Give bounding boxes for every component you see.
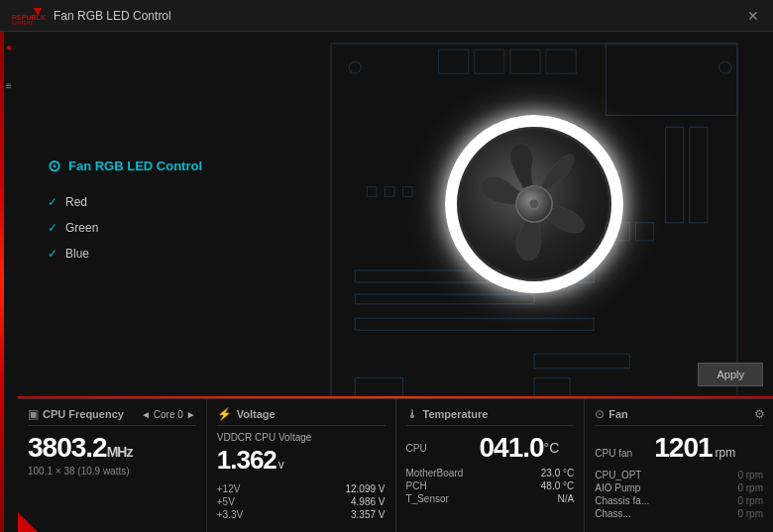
svg-rect-26 <box>546 50 576 73</box>
vddcr-unit: v <box>278 458 284 472</box>
temp-val-tsensor: N/A <box>558 493 575 504</box>
svg-rect-5 <box>606 44 737 115</box>
svg-rect-13 <box>534 377 570 396</box>
temp-header: 🌡 Temperature <box>406 407 575 426</box>
red-check-icon: ✓ <box>48 195 57 209</box>
cpu-fan-label: CPU fan <box>595 448 654 459</box>
fan-stats-icon: ⊙ <box>595 407 605 421</box>
cpu-fan-value: 1201 <box>654 432 712 464</box>
svg-rect-12 <box>355 377 402 396</box>
voltage-icon: ⚡ <box>217 407 232 421</box>
core-next-arrow[interactable]: ► <box>186 409 196 420</box>
svg-text:GAMERS: GAMERS <box>12 20 34 26</box>
voltage-name-5v: +5V <box>217 496 235 507</box>
fan-name-cpu-opt: CPU_OPT <box>595 470 659 480</box>
led-control-panel: ⊙ Fan RGB LED Control ✓ Red ✓ Green ✓ Bl… <box>18 32 295 396</box>
temp-row-pch: PCH 48.0 °C <box>406 480 575 491</box>
fan-name-chassis1: Chassis fa... <box>595 495 659 506</box>
cpu-temp-row: CPU 041.0°C <box>406 432 575 464</box>
core-selector[interactable]: ◄ Core 0 ► <box>141 409 196 420</box>
led-panel-title: ⊙ Fan RGB LED Control <box>48 157 266 175</box>
voltage-val-5v: 4.986 V <box>351 496 385 507</box>
vddcr-label: VDDCR CPU Voltage <box>217 432 386 443</box>
blue-check-icon: ✓ <box>48 247 57 261</box>
voltage-row-12v: +12V 12.099 V <box>217 483 386 494</box>
temp-row-tsensor: T_Sensor N/A <box>406 493 575 504</box>
voltage-val-12v: 12.099 V <box>345 483 385 494</box>
cpu-temp-label: CPU <box>406 443 476 454</box>
voltage-row-33v: +3.3V 3.357 V <box>217 509 386 520</box>
cpu-freq-value: 3803.2MHz <box>28 432 196 464</box>
red-triangle-decoration <box>18 512 38 532</box>
voltage-header: ⚡ Voltage <box>217 407 386 426</box>
fan-visualization <box>445 115 623 293</box>
svg-rect-18 <box>367 187 377 197</box>
cpu-temp-value: 041.0 <box>480 432 544 464</box>
apply-button-area: Apply <box>698 363 763 386</box>
rog-logo: REPUBLIC OF GAMERS <box>10 6 46 26</box>
cpu-frequency-panel: ▣ CPU Frequency ◄ Core 0 ► 3803.2MHz 100… <box>18 399 207 532</box>
green-check-icon: ✓ <box>48 221 57 235</box>
fan-row-chassis2: Chass... 0 rpm <box>595 508 763 519</box>
fan-row-chassis1: Chassis fa... 0 rpm <box>595 495 763 506</box>
voltage-name-12v: +12V <box>217 483 241 494</box>
temperature-panel: 🌡 Temperature CPU 041.0°C MotherBoard 23… <box>396 399 586 532</box>
sidebar-menu-icon[interactable]: ≡ <box>6 80 12 91</box>
green-control-item[interactable]: ✓ Green <box>48 221 266 235</box>
svg-rect-20 <box>402 187 412 197</box>
svg-point-15 <box>719 61 731 73</box>
fan-val-chassis2: 0 rpm <box>737 508 763 519</box>
fan-val-aio: 0 rpm <box>737 482 763 493</box>
fan-ring <box>445 115 623 293</box>
window-title: Fan RGB LED Control <box>54 9 171 23</box>
svg-rect-7 <box>690 127 708 222</box>
fan-rgb-icon: ⊙ <box>48 157 60 175</box>
red-control-item[interactable]: ✓ Red <box>48 195 266 209</box>
svg-rect-10 <box>355 318 594 330</box>
cpu-temp-unit: °C <box>544 440 560 456</box>
temp-val-pch: 48.0 °C <box>541 480 574 491</box>
fan-inner <box>460 130 608 278</box>
voltage-row-5v: +5V 4.986 V <box>217 496 386 507</box>
fan-name-chassis2: Chass... <box>595 508 659 519</box>
fan-val-cpu-opt: 0 rpm <box>737 470 763 480</box>
fan-name-aio: AIO Pump <box>595 482 659 493</box>
cpu-fan-row: CPU fan 1201rpm <box>595 432 763 464</box>
vddcr-value-row: 1.362v <box>217 445 386 476</box>
svg-rect-19 <box>385 187 394 197</box>
svg-rect-25 <box>510 50 540 73</box>
voltage-name-33v: +3.3V <box>217 509 243 520</box>
core-prev-arrow[interactable]: ◄ <box>141 409 151 420</box>
vddcr-value: 1.362 <box>217 445 276 476</box>
main-container: ⊙ Fan RGB LED Control ✓ Red ✓ Green ✓ Bl… <box>18 32 773 532</box>
titlebar: REPUBLIC OF GAMERS Fan RGB LED Control ✕ <box>0 0 773 32</box>
temp-icon: 🌡 <box>406 407 418 421</box>
blue-control-item[interactable]: ✓ Blue <box>48 247 266 261</box>
temp-name-tsensor: T_Sensor <box>406 493 449 504</box>
svg-point-29 <box>529 199 539 209</box>
svg-rect-11 <box>534 354 629 368</box>
fan-stats-header: ⊙ Fan ⚙ <box>595 407 763 426</box>
bottom-stats-section: ▣ CPU Frequency ◄ Core 0 ► 3803.2MHz 100… <box>18 398 773 532</box>
temp-row-mb: MotherBoard 23.0 °C <box>406 468 575 479</box>
cpu-fan-unit: rpm <box>716 446 736 460</box>
fan-row-cpu-opt: CPU_OPT 0 rpm <box>595 470 763 480</box>
temp-name-pch: PCH <box>406 480 427 491</box>
fan-val-chassis1: 0 rpm <box>737 495 763 506</box>
svg-rect-24 <box>475 50 504 73</box>
fan-row-aio: AIO Pump 0 rpm <box>595 482 763 493</box>
red-accent-bar <box>0 32 4 532</box>
close-button[interactable]: ✕ <box>743 8 763 24</box>
apply-button[interactable]: Apply <box>698 363 763 386</box>
temp-val-mb: 23.0 °C <box>541 468 574 479</box>
motherboard-area: Apply <box>295 32 773 396</box>
gear-icon[interactable]: ⚙ <box>754 407 765 421</box>
svg-rect-23 <box>439 50 469 73</box>
svg-rect-9 <box>355 294 534 304</box>
svg-point-14 <box>349 61 361 73</box>
sidebar-icon-1[interactable]: ● <box>6 42 12 53</box>
cpu-freq-header: ▣ CPU Frequency ◄ Core 0 ► <box>28 407 196 426</box>
cpu-icon: ▣ <box>28 407 39 421</box>
voltage-val-33v: 3.357 V <box>351 509 385 520</box>
voltage-panel: ⚡ Voltage VDDCR CPU Voltage 1.362v +12V … <box>207 399 396 532</box>
